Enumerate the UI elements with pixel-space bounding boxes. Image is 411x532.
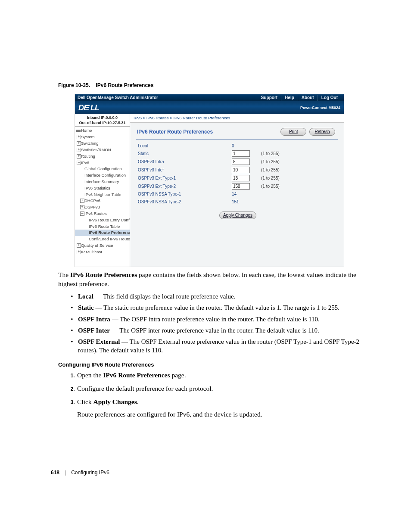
nav-tree: HomeSystemSwitchingStatistics/RMONRoutin…	[75, 127, 130, 256]
pref-range: (1 to 255)	[259, 166, 338, 174]
link-about[interactable]: About	[298, 95, 318, 101]
footer-separator-icon: |	[65, 469, 66, 476]
pref-value: 14	[230, 190, 259, 198]
pref-range	[259, 142, 338, 150]
list-item: Static — The static route preference val…	[76, 303, 361, 312]
figure-number: Figure 10-35.	[58, 82, 90, 88]
pref-label: OSPFv3 Ext Type-2	[136, 182, 230, 190]
panel: IPv6 Router Route Preferences Print Refr…	[136, 127, 338, 262]
table-row: Local0	[136, 142, 338, 150]
figure-caption: Figure 10-35. IPv6 Route Preferences	[58, 82, 361, 89]
tree-item[interactable]: Quality of Service	[75, 243, 130, 249]
step-item: Open the IPv6 Route Preferences page.	[76, 371, 361, 380]
pref-input[interactable]: 13	[232, 175, 250, 181]
brand-band: DELL PowerConnect M8024	[75, 101, 344, 114]
main-pane: IPv6 > IPv6 Routes > IPv6 Router Route P…	[130, 114, 344, 267]
pref-range: (1 to 255)	[259, 182, 338, 190]
tree-item[interactable]: System	[75, 134, 130, 140]
inband-ip: Inband IP:0.0.0.0	[77, 115, 128, 120]
table-row: OSPFv3 Ext Type-2150(1 to 255)	[136, 182, 338, 190]
table-row: Static1(1 to 255)	[136, 149, 338, 158]
oob-ip: Out-of-band IP:10.27.5.31	[77, 120, 128, 125]
tree-item[interactable]: Global Configuration	[75, 166, 130, 172]
pref-value: 0	[230, 142, 259, 150]
list-item: OSPF Inter — The OSPF inter route prefer…	[76, 326, 361, 335]
chapter-title: Configuring IPv6	[71, 469, 109, 476]
table-row: OSPFv3 NSSA Type-114	[136, 190, 338, 198]
tree-item[interactable]: Statistics/RMON	[75, 147, 130, 153]
tree-item[interactable]: IPv6 Route Preferences	[75, 230, 130, 236]
dell-logo: DELL	[78, 103, 99, 113]
pref-value: 151	[230, 198, 259, 206]
tree-item[interactable]: Switching	[75, 140, 130, 147]
pref-label: OSPFv3 Intra	[136, 158, 230, 166]
page-number: 618	[51, 469, 59, 476]
tree-item[interactable]: OSPFv3	[75, 204, 130, 211]
sidebar-meta: Inband IP:0.0.0.0 Out-of-band IP:10.27.5…	[75, 114, 130, 127]
lead-paragraph: The IPv6 Route Preferences page contains…	[58, 271, 361, 289]
list-item: Local — This field displays the local ro…	[76, 292, 361, 301]
model-label: PowerConnect M8024	[300, 105, 340, 110]
tree-item[interactable]: Configured IPv6 Routes	[75, 236, 130, 243]
window-title-bar: Dell OpenManage Switch Administrator Sup…	[75, 94, 344, 101]
pref-input[interactable]: 1	[232, 150, 250, 157]
pref-range: (1 to 255)	[259, 149, 338, 158]
print-button[interactable]: Print	[280, 128, 306, 136]
tree-item[interactable]: Interface Summary	[75, 179, 130, 185]
pref-label: Local	[136, 142, 230, 150]
table-row: OSPFv3 Intra8(1 to 255)	[136, 158, 338, 166]
tree-item[interactable]: Routing	[75, 153, 130, 160]
app-title: Dell OpenManage Switch Administrator	[78, 95, 158, 101]
pref-label: OSPFv3 Ext Type-1	[136, 174, 230, 182]
page-footer: 618 | Configuring IPv6	[51, 469, 109, 476]
tree-item[interactable]: IPv6	[75, 160, 130, 166]
field-descriptions: Local — This field displays the local ro…	[58, 292, 361, 355]
tree-item[interactable]: DHCPv6	[75, 198, 130, 204]
link-help[interactable]: Help	[281, 95, 298, 101]
apply-changes-button[interactable]: Apply Changes	[219, 212, 256, 219]
tree-item[interactable]: IPv6 Neighbor Table	[75, 192, 130, 198]
panel-divider	[136, 139, 338, 140]
panel-title: IPv6 Router Route Preferences	[137, 128, 213, 135]
top-links: Support Help About Log Out	[258, 95, 341, 101]
subheading: Configuring IPv6 Route Preferences	[58, 361, 361, 369]
pref-input[interactable]: 8	[232, 159, 250, 165]
pref-label: OSPFv3 NSSA Type-2	[136, 198, 230, 206]
pref-range	[259, 190, 338, 198]
breadcrumb: IPv6 > IPv6 Routes > IPv6 Router Route P…	[130, 114, 344, 123]
refresh-button[interactable]: Refresh	[309, 128, 335, 136]
link-logout[interactable]: Log Out	[318, 95, 341, 101]
figure-title: IPv6 Route Preferences	[96, 82, 153, 88]
table-row: OSPFv3 Inter10(1 to 255)	[136, 166, 338, 174]
pref-label: OSPFv3 Inter	[136, 166, 230, 174]
preferences-table: Local0Static1(1 to 255)OSPFv3 Intra8(1 t…	[136, 142, 338, 206]
tree-item[interactable]: IPv6 Routes	[75, 211, 130, 217]
pref-range: (1 to 255)	[259, 158, 338, 166]
tree-item[interactable]: IPv6 Statistics	[75, 185, 130, 192]
pref-input[interactable]: 10	[232, 167, 250, 173]
step-item: Click Apply Changes.Route preferences ar…	[76, 398, 361, 419]
link-support[interactable]: Support	[258, 95, 281, 101]
tree-item[interactable]: Interface Configuration	[75, 172, 130, 179]
pref-label: Static	[136, 149, 230, 158]
step-result: Route preferences are configured for IPv…	[77, 410, 361, 419]
step-item: Configure the default preference for eac…	[76, 384, 361, 393]
pref-range: (1 to 255)	[259, 174, 338, 182]
list-item: OSPF Intra — The OSPF intra route prefer…	[76, 315, 361, 324]
tree-item[interactable]: IPv6 Route Entry Configur	[75, 217, 130, 224]
ui-screenshot: Dell OpenManage Switch Administrator Sup…	[75, 94, 344, 267]
pref-range	[259, 198, 338, 206]
list-item: OSPF External — The OSPF External route …	[76, 337, 361, 355]
tree-item[interactable]: IP Multicast	[75, 249, 130, 255]
pref-input[interactable]: 150	[232, 183, 250, 190]
sidebar: Inband IP:0.0.0.0 Out-of-band IP:10.27.5…	[75, 114, 130, 267]
tree-item[interactable]: IPv6 Route Table	[75, 224, 130, 230]
procedure-steps: Open the IPv6 Route Preferences page.Con…	[58, 371, 361, 419]
tree-item[interactable]: Home	[75, 128, 130, 134]
table-row: OSPFv3 Ext Type-113(1 to 255)	[136, 174, 338, 182]
pref-label: OSPFv3 NSSA Type-1	[136, 190, 230, 198]
table-row: OSPFv3 NSSA Type-2151	[136, 198, 338, 206]
